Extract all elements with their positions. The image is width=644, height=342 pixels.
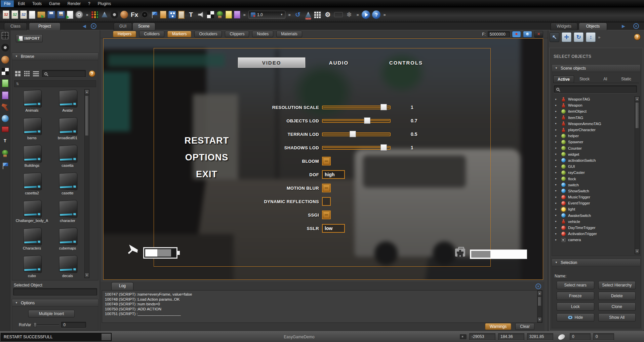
checker-tool-icon[interactable] — [2, 68, 9, 75]
MusicTrigger[interactable]: ▼ MusicTrigger — [553, 194, 633, 200]
large-icons-view-icon[interactable] — [15, 71, 21, 77]
scene-objects-header[interactable]: ▼ Scene objects — [552, 65, 640, 72]
selection-header[interactable]: ▼ Selection — [552, 259, 640, 266]
scroll-down-icon[interactable]: ▼ — [85, 273, 89, 278]
scene-new-icon[interactable]: S2 — [3, 10, 9, 19]
flag-icon[interactable] — [151, 11, 158, 18]
rayCaster[interactable]: ▼ rayCaster — [553, 169, 633, 176]
list-view-icon[interactable] — [33, 71, 39, 77]
setting-field[interactable]: low — [322, 224, 345, 233]
activationSwitch[interactable]: ▼ activationSwitch — [553, 157, 633, 163]
tab-log[interactable]: Log — [111, 282, 133, 290]
plant-icon[interactable] — [216, 11, 224, 19]
selection-button[interactable]: Freeze — [557, 292, 594, 300]
expander-icon[interactable]: ▼ — [555, 110, 559, 113]
folder-item[interactable]: Animals — [14, 89, 50, 117]
folder-item[interactable]: broadleaf01 — [50, 117, 85, 144]
setting-checkbox[interactable] — [322, 157, 331, 165]
selection-button[interactable]: Select nears — [557, 281, 594, 289]
expander-icon[interactable]: ▼ — [555, 141, 559, 143]
checker-icon[interactable] — [207, 11, 214, 18]
play-icon[interactable] — [362, 10, 370, 19]
scroll-down-icon[interactable]: ▼ — [537, 317, 542, 322]
filter-tab[interactable]: Static — [616, 75, 637, 83]
scene-viewport[interactable]: VIDEOAUDIOCONTROLS RESTARTOPTIONSEXIT RE… — [103, 38, 543, 280]
undo-icon[interactable]: ↺ — [293, 10, 302, 19]
panel-close-icon[interactable]: ✕ — [633, 23, 639, 29]
slider-thumb[interactable] — [364, 117, 370, 124]
menu-item[interactable]: ? — [85, 0, 94, 7]
camera[interactable]: ▼ camera — [553, 237, 633, 243]
camera-icon[interactable] — [523, 31, 532, 38]
menu-item[interactable]: Game — [46, 0, 64, 7]
expander-icon[interactable]: ▼ — [555, 220, 559, 223]
expander-icon[interactable]: ▼ — [555, 190, 559, 192]
expander-icon[interactable]: ▼ — [555, 202, 559, 204]
expander-icon[interactable]: ▼ — [555, 214, 559, 217]
Counter[interactable]: ▼ Counter — [553, 145, 633, 151]
folder-item[interactable]: character — [50, 199, 85, 227]
expander-icon[interactable]: ▼ — [555, 122, 559, 125]
maximize-icon[interactable]: ✕ — [534, 31, 543, 38]
clear-button[interactable]: Clear — [515, 323, 534, 330]
folder-item[interactable]: Avatar — [50, 89, 85, 117]
folder-item[interactable]: casette — [50, 172, 85, 199]
slider-thumb[interactable] — [380, 104, 387, 110]
text-icon[interactable]: T — [187, 10, 195, 19]
display-toggle[interactable]: Materials — [276, 31, 302, 37]
grid-icon[interactable] — [314, 11, 321, 18]
expander-icon[interactable]: ▼ — [555, 104, 559, 107]
expander-icon[interactable]: ▼ — [555, 178, 559, 180]
expander-icon[interactable]: ▼ — [555, 129, 559, 131]
overflow5-icon[interactable]: » — [383, 10, 387, 19]
expander-icon[interactable]: ▼ — [555, 184, 559, 186]
slider-thumb[interactable] — [380, 144, 387, 151]
axe-tool-icon[interactable] — [2, 104, 9, 111]
overflow-icon[interactable]: » — [598, 35, 600, 40]
menu-item[interactable]: Edit — [14, 0, 28, 7]
flock[interactable]: ▼ flock — [553, 176, 633, 182]
folder-item[interactable]: barns — [14, 117, 50, 144]
itemObject[interactable]: ▼ itemObject — [553, 108, 633, 114]
scroll-thumb[interactable] — [538, 297, 541, 306]
filter-tab[interactable]: Active — [553, 75, 574, 83]
save-icon[interactable] — [47, 11, 55, 18]
open-folder-icon[interactable] — [37, 11, 45, 18]
scroll-up-icon[interactable]: ▲ — [85, 89, 89, 94]
palette-tool-icon[interactable] — [2, 126, 9, 132]
slider-thumb[interactable] — [350, 131, 356, 137]
menu-item[interactable]: Plugins — [94, 0, 114, 7]
disc-icon[interactable] — [75, 11, 83, 18]
collapse-right-icon[interactable]: ▶ — [622, 24, 625, 29]
objects-help-icon[interactable]: ? — [634, 34, 641, 40]
setting-checkbox[interactable] — [322, 211, 331, 219]
tab-class[interactable]: Class — [4, 23, 27, 30]
reel-icon[interactable] — [141, 11, 149, 18]
expander-icon[interactable]: ▼ — [555, 159, 559, 161]
planet-tool-icon[interactable] — [1, 56, 9, 64]
snowflake-icon[interactable]: ❄ — [345, 10, 354, 19]
rotvar-slider-thumb[interactable] — [34, 322, 37, 327]
folder-item[interactable]: decals — [50, 255, 85, 278]
WeaponTAG[interactable]: ▼ WeaponTAG — [553, 96, 633, 102]
expander-icon[interactable]: ▼ — [555, 172, 559, 174]
scroll-up-icon[interactable]: ▲ — [537, 291, 542, 296]
Spawner[interactable]: ▼ Spawner — [553, 139, 633, 145]
DayTimeTrigger[interactable]: ▼ DayTimeTrigger — [553, 225, 633, 231]
sound-icon[interactable] — [197, 11, 205, 18]
folder-item[interactable]: casetta2 — [14, 172, 50, 199]
folder-item[interactable]: cubo — [14, 255, 50, 278]
browse-search[interactable] — [42, 70, 86, 77]
switch[interactable]: ▼ switch — [553, 182, 633, 188]
image-green-tool-icon[interactable] — [2, 79, 8, 87]
scale-tool-icon[interactable]: ↕ — [586, 32, 596, 42]
objects-search[interactable] — [554, 85, 637, 93]
folder-scrollbar[interactable]: ▲ ▼ — [84, 89, 89, 278]
export-icon[interactable] — [67, 11, 73, 19]
tab-gui[interactable]: GUI — [114, 23, 132, 30]
GUI[interactable]: ▼ GUI — [553, 163, 633, 169]
rotate-tool-icon[interactable]: ↻ — [574, 32, 583, 42]
import-button[interactable]: IMPORT — [16, 34, 43, 42]
widget[interactable]: ▼ widget — [553, 151, 633, 157]
setting-slider[interactable] — [322, 132, 391, 136]
